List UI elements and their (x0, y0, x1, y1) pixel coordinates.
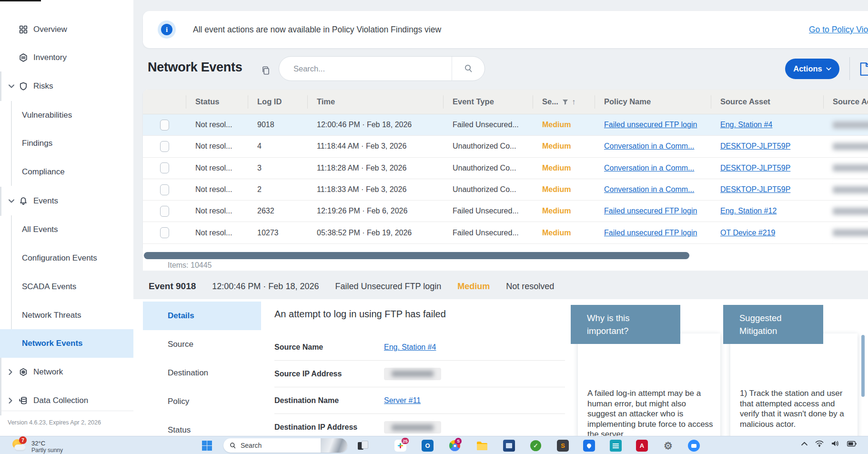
actions-label: Actions (793, 64, 822, 73)
table-row[interactable]: Not resol... 9018 12:00:46 PM · Feb 18, … (143, 114, 868, 136)
battery-icon[interactable] (847, 441, 857, 447)
green-circle-app-icon[interactable]: ✓ (530, 440, 542, 452)
volume-icon[interactable] (831, 440, 839, 447)
sidebar-item-all-events[interactable]: All Events (0, 215, 133, 244)
sidebar-item-label: Data Collection (33, 396, 88, 405)
sidebar-item-compliance[interactable]: Compliance (0, 158, 133, 186)
sublime-icon[interactable]: S (557, 440, 569, 452)
sidebar-item-configuration-events[interactable]: Configuration Events (0, 244, 133, 272)
table-row[interactable]: Not resol... 2632 12:19:26 PM · Feb 6, 2… (143, 201, 868, 222)
horizontal-scrollbar[interactable] (144, 252, 689, 259)
settings-gear-icon[interactable]: ⚙ (662, 440, 674, 452)
policy-link[interactable]: Failed unsecured FTP login (604, 229, 697, 237)
zoom-icon[interactable] (688, 440, 700, 452)
sidebar-item-findings[interactable]: Findings (0, 129, 133, 158)
tab-policy[interactable]: Policy (143, 387, 261, 416)
field-label: Source Name (274, 343, 384, 352)
sidebar-item-scada-events[interactable]: SCADA Events (0, 272, 133, 301)
wifi-icon[interactable] (815, 440, 824, 447)
source-name-link[interactable]: Eng. Station #4 (384, 343, 436, 351)
destination-name-link[interactable]: Server #11 (384, 396, 421, 404)
policy-link[interactable]: Conversation in a Comm... (604, 164, 694, 172)
policy-link[interactable]: Conversation in a Comm... (604, 185, 694, 194)
chrome-icon[interactable]: S (449, 440, 461, 452)
table-footer: Items: 10445 (143, 248, 868, 271)
policy-link[interactable]: Conversation in a Comm... (604, 142, 694, 151)
file-explorer-icon[interactable] (476, 440, 488, 452)
col-severity[interactable]: Se... ↑ (533, 90, 595, 114)
col-event-type[interactable]: Event Type (443, 90, 533, 114)
taskbar-search[interactable]: Search (223, 438, 347, 453)
toolbar-divider (849, 57, 850, 80)
col-status[interactable]: Status (186, 90, 248, 114)
outlook-icon[interactable]: O (422, 440, 434, 452)
slack-icon[interactable]: 25 (394, 440, 406, 452)
network-gear-icon (19, 368, 29, 376)
row-checkbox[interactable] (160, 120, 169, 131)
filter-funnel-icon[interactable] (562, 99, 568, 105)
row-checkbox[interactable] (160, 184, 169, 195)
table-row[interactable]: Not resol... 2 11:18:33 AM · Feb 3, 2026… (143, 179, 868, 201)
sidebar-item-network-threats[interactable]: Network Threats (0, 301, 133, 330)
sidebar-item-vulnerabilities[interactable]: Vulnerabilities (0, 101, 133, 130)
sidebar-item-inventory[interactable]: Inventory (0, 43, 133, 72)
actions-button[interactable]: Actions (785, 59, 839, 79)
field-row: Source IP Address (274, 361, 565, 387)
search-icon[interactable] (452, 57, 484, 81)
notes-app-icon[interactable] (610, 440, 622, 452)
tab-details[interactable]: Details (143, 302, 261, 330)
col-source-asset[interactable]: Source Asset (711, 90, 823, 114)
cell-time: 11:18:28 AM · Feb 3, 2026 (307, 158, 443, 179)
export-document-icon[interactable] (858, 62, 868, 78)
sidebar-item-events[interactable]: Events (0, 187, 133, 215)
task-view-icon[interactable] (362, 441, 368, 449)
tab-status[interactable]: Status (143, 416, 261, 436)
source-asset-link[interactable]: DESKTOP-JLPT59P (720, 164, 790, 172)
map-pin-app-icon[interactable] (583, 440, 595, 452)
source-asset-link[interactable]: DESKTOP-JLPT59P (720, 185, 790, 194)
sidebar-item-risks[interactable]: Risks (0, 72, 133, 101)
source-asset-link[interactable]: DESKTOP-JLPT59P (720, 142, 790, 151)
col-policy-name[interactable]: Policy Name (595, 90, 711, 114)
copy-icon[interactable] (261, 66, 271, 77)
col-source-address[interactable]: Source Address (823, 90, 868, 114)
tray-chevron-up-icon[interactable] (801, 442, 807, 446)
sidebar-item-network-events[interactable]: Network Events (0, 329, 133, 358)
slack-badge: 25 (401, 437, 409, 444)
start-button[interactable] (202, 441, 212, 451)
row-checkbox[interactable] (160, 141, 169, 152)
cell-event-type: Unauthorized Co... (443, 179, 533, 200)
sidebar-item-overview[interactable]: Overview (0, 15, 133, 44)
search-input[interactable] (279, 64, 452, 73)
blue-window-app-icon[interactable] (503, 440, 515, 452)
table-row[interactable]: Not resol... 4 11:18:44 AM · Feb 3, 2026… (143, 136, 868, 157)
table-row[interactable]: Not resol... 10273 05:38:52 PM · Feb 19,… (143, 222, 868, 243)
vertical-scrollbar[interactable] (861, 335, 865, 397)
sort-asc-icon[interactable]: ↑ (572, 97, 575, 106)
sidebar-item-network[interactable]: Network (0, 358, 133, 386)
row-checkbox[interactable] (160, 227, 169, 238)
weather-widget[interactable]: 7 32°C Partly sunny (11, 438, 63, 454)
col-log-id[interactable]: Log ID (248, 90, 307, 114)
suggested-mitigation-card: 1) Track the station and user that attem… (730, 333, 858, 436)
cell-status: Not resol... (186, 179, 248, 200)
tab-source[interactable]: Source (143, 330, 261, 359)
redacted-source-address (833, 186, 868, 193)
bell-icon (19, 197, 29, 205)
policy-link[interactable]: Failed unsecured FTP login (604, 121, 697, 129)
weather-temp: 32°C (31, 440, 63, 447)
weather-icon: 7 (11, 438, 27, 454)
table-row[interactable]: Not resol... 3 11:18:28 AM · Feb 3, 2026… (143, 158, 868, 179)
row-checkbox[interactable] (160, 162, 169, 173)
policy-violation-findings-link[interactable]: Go to Policy Violation Findings (809, 25, 868, 35)
policy-link[interactable]: Failed unsecured FTP login (604, 207, 697, 215)
row-checkbox[interactable] (160, 206, 169, 217)
source-asset-link[interactable]: OT Device #219 (720, 229, 775, 237)
acrobat-icon[interactable]: A (636, 440, 648, 452)
why-important-title: Why is this important? (571, 305, 680, 344)
tab-destination[interactable]: Destination (143, 359, 261, 387)
source-asset-link[interactable]: Eng. Station #12 (720, 207, 777, 215)
col-time[interactable]: Time (307, 90, 443, 114)
source-asset-link[interactable]: Eng. Station #4 (720, 121, 772, 129)
field-label: Destination Name (274, 396, 384, 405)
